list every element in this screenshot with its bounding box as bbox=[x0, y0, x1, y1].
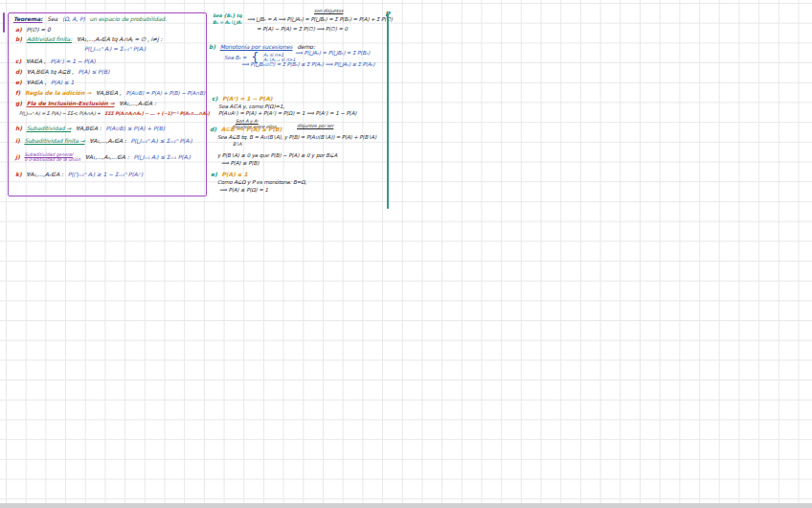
item-header-line2: o σ-aditividad de la unión bbox=[24, 157, 80, 162]
item-cond: ∀A,B∈A , bbox=[96, 89, 122, 96]
proof-letter: d) bbox=[210, 126, 216, 132]
theorem-item-c: c) ∀A∈A , P(Aᶜ) = 1 − P(A) bbox=[15, 58, 95, 65]
theorem-item-e: e) ∀A∈A , P(A) ≤ 1 bbox=[15, 80, 74, 86]
item-header: Subaditividad → bbox=[27, 125, 72, 131]
theorem-title-tuple: (Ω, A, P) bbox=[62, 15, 85, 22]
theorem-item-d: d) ∀A,B∈A tq A⊆B , P(A) ≤ P(B) bbox=[15, 69, 109, 76]
proof-c-note1: Son A y Aᶜ bbox=[236, 119, 259, 124]
proof-text: ⟹ P(⋃Aₙ) = P(⋃Bₙ) = Σ P(Bₙ) bbox=[295, 50, 370, 56]
proof-c-line1: Sea A∈A y, como P(Ω)=1, bbox=[218, 104, 284, 109]
item-letter: i) bbox=[15, 137, 20, 144]
note-canvas[interactable]: Teorema: Sea (Ω, A, P) un espacio de pro… bbox=[0, 0, 812, 508]
proof-header-text: P(Aᶜ) = 1 − P(A) bbox=[222, 95, 273, 102]
proof-text: ⟹ P(A) ≤ P(B) bbox=[221, 160, 259, 166]
proof-text: P(A∪Aᶜ) = P(A) + P(Aᶜ) = P(Ω) = 1 ⟹ P(Aᶜ… bbox=[218, 110, 356, 116]
item-formula: P(∅) = 0 bbox=[26, 26, 50, 33]
proof-text: Sea {Bₙ} tq bbox=[213, 13, 242, 18]
proof-b-line1: ⟹ P(⋃Aₙ) = P(⋃Bₙ) = Σ P(Bₙ) bbox=[295, 50, 370, 56]
item-header: Aditividad finita: bbox=[27, 35, 72, 42]
proof-text: ⟹ ⋃Bₙ = A ⟹ P(⋃Aₙ) = P(⋃Bₙ) = Σ P(Bₙ) = … bbox=[247, 16, 393, 22]
item-cond: ∀A∈A , bbox=[26, 79, 46, 85]
item-formula: P(A∪B) = P(A) + P(B) − P(A∩B) bbox=[125, 90, 205, 96]
theorem-item-a: a) P(∅) = 0 bbox=[15, 27, 51, 34]
proof-letter: c) bbox=[212, 95, 217, 102]
item-letter: b) bbox=[15, 35, 22, 42]
margin-label: P bbox=[385, 11, 390, 18]
item-cond: ∀A₁,...,Aₙ,...∈A : bbox=[85, 153, 129, 160]
theorem-title-intro: Sea bbox=[47, 15, 57, 22]
proof-text: Bₙ = Aₙ∖⋃Aᵢ bbox=[213, 20, 241, 25]
item-letter: g) bbox=[15, 100, 22, 106]
proof-e-header: e) P(A) ≤ 1 bbox=[211, 172, 248, 178]
item-formula: P(⋂ᵢ₌₁ⁿ Aᵢ) ≥ 1 − Σᵢ₌₁ⁿ P(Aᵢᶜ) bbox=[68, 171, 143, 177]
theorem-item-k: k) ∀A₁,...,Aₙ∈A : P(⋂ᵢ₌₁ⁿ Aᵢ) ≥ 1 − Σᵢ₌₁… bbox=[15, 172, 143, 178]
page-bottom-edge bbox=[0, 503, 812, 508]
theorem-item-g-formula: P(⋃ᵢ₌₁ⁿ Aᵢ) = Σᵢ P(Aᵢ) − ΣΣᵢ<ⱼ P(Aᵢ∩Aⱼ) … bbox=[19, 111, 210, 116]
theorem-item-b: b) Aditividad finita: ∀A₁,...,Aₙ∈A tq Aᵢ… bbox=[15, 36, 162, 43]
item-formula: P(A∪B) ≤ P(A) + P(B) bbox=[106, 125, 165, 131]
item-letter: e) bbox=[15, 79, 22, 85]
proof-text: ⟹ P(A) ≤ P(Ω) = 1 bbox=[219, 187, 268, 193]
theorem-item-h: h) Subaditividad → ∀A,B∈A : P(A∪B) ≤ P(A… bbox=[15, 126, 165, 132]
item-formula: P(Aᶜ) = 1 − P(A) bbox=[51, 58, 96, 64]
proof-b-line2: ⟹ P(⋃Bₙ∪∅) = Σ P(Bₙ) ≤ Σ P(Aₙ) ⟹ P(⋃Aₙ) … bbox=[241, 61, 374, 67]
item-cond: ∀A₁,...,Aₙ∈A tq Aᵢ∩Aⱼ = ∅ , i≠j : bbox=[77, 35, 162, 42]
item-cond: ∀A₁,...,Aₙ∈A : bbox=[89, 137, 126, 144]
proof-e-line2: ⟹ P(A) ≤ P(Ω) = 1 bbox=[219, 187, 268, 193]
proof-d-annotation: disjuntos por ser bbox=[297, 124, 333, 128]
proof-c-line2: P(A∪Aᶜ) = P(A) + P(Aᶜ) = P(Ω) = 1 ⟹ P(Aᶜ… bbox=[218, 110, 356, 116]
proof-c-header: c) P(Aᶜ) = 1 − P(A) bbox=[212, 96, 272, 103]
proof-letter: e) bbox=[211, 171, 217, 177]
proof-a-note: son disjuntos bbox=[314, 9, 343, 13]
margin-rule-line bbox=[387, 13, 389, 209]
proof-text: y P(B∖A) ≥ 0 ya que P(B) − P(A) ≥ 0 y po… bbox=[217, 152, 337, 158]
item-formula-part1: P(⋃ᵢ₌₁ⁿ Aᵢ) = Σᵢ P(Aᵢ) − ΣΣᵢ<ⱼ P(Aᵢ∩Aⱼ) … bbox=[19, 111, 101, 116]
proof-a-lead1: Sea {Bₙ} tq bbox=[213, 13, 242, 18]
proof-text: ⟹ P(⋃Bₙ∪∅) = Σ P(Bₙ) ≤ Σ P(Aₙ) ⟹ P(⋃Aₙ) … bbox=[241, 61, 374, 67]
proof-text: Sea A∈A y, como P(Ω)=1, bbox=[218, 104, 284, 109]
proof-text: Son A y Aᶜ bbox=[236, 119, 259, 124]
proof-text: Sea A⊆B tq. B = A∪(B∖A), y P(B) = P(A∪(B… bbox=[217, 134, 376, 140]
proof-header-text: A⊆B ⟹ P(A) ≤ P(B) bbox=[221, 126, 282, 132]
item-letter: f) bbox=[15, 89, 20, 96]
proof-text: Sea Bₙ = bbox=[224, 55, 247, 60]
proof-header-text: Monotonía por sucesiones bbox=[220, 43, 293, 50]
item-cond: ∀A∈A , bbox=[26, 58, 46, 64]
proof-d-line1: Sea A⊆B tq. B = A∪(B∖A), y P(B) = P(A∪(B… bbox=[217, 134, 376, 140]
proof-a-line1: ⟹ ⋃Bₙ = A ⟹ P(⋃Aₙ) = P(⋃Bₙ) = Σ P(Bₙ) = … bbox=[247, 16, 393, 22]
theorem-title-word: Teorema: bbox=[13, 15, 42, 22]
item-header-block: Subaditividad general o σ-aditividad de … bbox=[24, 152, 80, 162]
theorem-title: Teorema: Sea (Ω, A, P) un espacio de pro… bbox=[13, 16, 167, 23]
theorem-item-b-formula: P(⋃ᵢ₌₁ⁿ Aᵢ) = Σᵢ₌₁ⁿ P(Aᵢ) bbox=[84, 46, 146, 53]
item-cond: ∀A₁,...,Aₙ∈A : bbox=[119, 100, 156, 106]
pen-stroke-left-edge bbox=[3, 12, 5, 33]
proof-header-text: P(A) ≤ 1 bbox=[221, 171, 247, 177]
item-header: Regla de la adición → bbox=[25, 89, 91, 96]
proof-e-line1: Como A⊆Ω y P es monótona: B=Ω, bbox=[217, 179, 306, 185]
item-letter: k) bbox=[15, 171, 22, 177]
proof-d-sub: B∖A bbox=[233, 142, 241, 147]
proof-a-lead2: Bₙ = Aₙ∖⋃Aᵢ bbox=[213, 20, 241, 25]
item-letter: a) bbox=[15, 26, 22, 33]
item-header: Subaditividad finita → bbox=[24, 137, 84, 144]
item-formula: P(A) ≤ P(B) bbox=[79, 68, 110, 75]
item-formula: P(A) ≤ 1 bbox=[51, 79, 74, 85]
proof-text: = P(A) − P(A) = Σ P(∅) ⟹ P(∅) = 0 bbox=[257, 26, 348, 32]
item-letter: j) bbox=[15, 153, 20, 160]
theorem-title-rest: un espacio de probabilidad. bbox=[89, 15, 166, 22]
theorem-item-f: f) Regla de la adición → ∀A,B∈A , P(A∪B)… bbox=[15, 90, 205, 97]
item-letter: d) bbox=[15, 68, 22, 75]
proof-letter: b) bbox=[209, 43, 215, 50]
item-cond: ∀A₁,...,Aₙ∈A : bbox=[26, 171, 63, 177]
proof-text: Como A⊆Ω y P es monótona: B=Ω, bbox=[217, 179, 306, 185]
proof-text: disjuntos por ser bbox=[297, 124, 333, 128]
item-formula-part2: ΣΣΣ P(Aᵢ∩Aⱼ∩Aₖ) − ... + (−1)ⁿ⁺¹ P(A₁∩...… bbox=[104, 111, 209, 116]
proof-d-line2: y P(B∖A) ≥ 0 ya que P(B) − P(A) ≥ 0 y po… bbox=[217, 152, 337, 158]
item-cond: ∀A,B∈A : bbox=[76, 125, 102, 131]
item-letter: h) bbox=[15, 125, 22, 131]
proof-d-header: d) A⊆B ⟹ P(A) ≤ P(B) bbox=[210, 127, 282, 133]
item-formula: P(⋃ᵢ₌₁ⁿ Aᵢ) ≤ Σᵢ₌₁ⁿ P(Aᵢ) bbox=[131, 137, 192, 144]
item-cond: ∀A,B∈A tq A⊆B , bbox=[27, 68, 74, 75]
proof-d-line3: ⟹ P(A) ≤ P(B) bbox=[221, 160, 259, 166]
item-letter: c) bbox=[15, 58, 21, 64]
